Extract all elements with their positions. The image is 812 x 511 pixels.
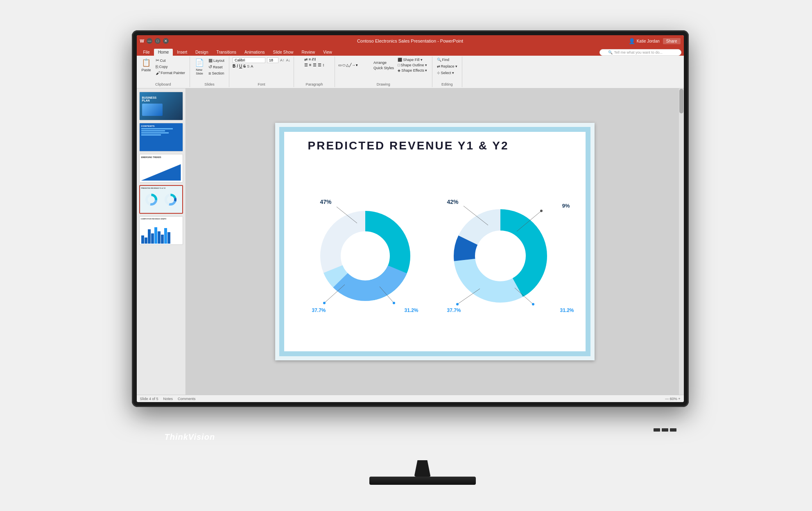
tab-home[interactable]: Home [154, 49, 173, 56]
slide-canvas[interactable]: PREDICTED REVENUE Y1 & Y2 47% 37.7% 31.2… [275, 123, 595, 360]
tab-slideshow[interactable]: Slide Show [269, 49, 297, 56]
minimize-button[interactable]: — [147, 38, 152, 44]
align-text-button[interactable]: ≡ [309, 57, 311, 62]
shape-effects-button[interactable]: ◈ Shape Effects ▾ [396, 68, 428, 73]
underline-button[interactable]: U [239, 64, 242, 68]
section-button[interactable]: ≡ Section [207, 70, 226, 76]
zoom-controls[interactable]: — 60% + [665, 397, 680, 401]
slide-thumb-4[interactable]: 4 PREDICTED REVENUE Y1 & Y2 [139, 185, 183, 214]
close-button[interactable]: ✕ [163, 38, 169, 44]
paragraph-label: Paragraph [306, 82, 323, 86]
chart2-label-top: 42% [447, 199, 459, 205]
slides-label: Slides [204, 82, 215, 86]
thinkvision-logo: ThinkVision [165, 432, 215, 442]
svg-point-16 [342, 232, 389, 280]
stand-base [369, 477, 476, 485]
quick-styles-label: Quick Styles [373, 66, 394, 70]
font-family-select[interactable]: Calibri [233, 57, 265, 63]
shape-fill-icon: ⬛ [398, 58, 402, 62]
scrollbar-thumb[interactable] [679, 89, 683, 113]
arrange-button[interactable]: Arrange [372, 60, 395, 65]
font-increase-button[interactable]: A↑ [280, 58, 285, 62]
bold-button[interactable]: B [233, 64, 235, 68]
slide-4-donut2 [163, 192, 178, 207]
font-size-select[interactable]: 18 [267, 57, 278, 63]
oval-tool[interactable]: ⬭ [342, 63, 346, 68]
find-button[interactable]: 🔍 Find [436, 57, 451, 62]
shape-fill-button[interactable]: ⬛ Shape Fill ▾ [396, 57, 428, 62]
monitor-screen: W — □ ✕ Contoso Electronics Sales Presen… [137, 35, 684, 402]
chart1-label-br: 31.2% [404, 308, 418, 313]
drawing-row1: ▭ ⬭ △ ╱ → ▾ Arrange [338, 57, 428, 73]
strikethrough-button[interactable]: S̶ [243, 64, 246, 68]
paste-button[interactable]: 📋 Paste [140, 57, 153, 73]
layout-button[interactable]: ▦ Layout [207, 57, 226, 63]
chart1-donut [320, 211, 410, 301]
slide-thumb-2[interactable]: 2 CONTENTS [139, 123, 183, 151]
notes-button[interactable]: Notes [163, 397, 173, 401]
align-center-button[interactable]: ≡ [309, 63, 312, 67]
italic-button[interactable]: I [237, 64, 238, 68]
justify-button[interactable]: ☰ [318, 63, 321, 67]
tab-transitions[interactable]: Transitions [212, 49, 240, 56]
select-button[interactable]: ⊹ Select ▾ [436, 70, 456, 75]
tab-view[interactable]: View [319, 49, 336, 56]
font-decrease-button[interactable]: A↓ [286, 58, 291, 62]
bar-5 [154, 227, 157, 244]
bar-2 [145, 237, 147, 244]
clipboard-label: Clipboard [155, 82, 171, 86]
tab-animations[interactable]: Animations [240, 49, 269, 56]
slide-5-title-thumb: COMPETITOR REVENUE GRAPH [141, 218, 167, 220]
align-right-button[interactable]: ☰ [313, 63, 317, 67]
slide-thumb-1[interactable]: 1 BUSINESSPLAN [139, 92, 183, 120]
layout-icon: ▦ [208, 58, 213, 63]
font-inner: Calibri 18 A↑ A↓ B I U S̶ S A [233, 57, 290, 81]
ribbon-group-font: Calibri 18 A↑ A↓ B I U S̶ S A [229, 57, 294, 87]
tab-review[interactable]: Review [298, 49, 319, 56]
line-spacing-button[interactable]: ↕ [323, 63, 325, 67]
search-bar[interactable]: 🔍 Tell me what you want to do... [599, 49, 681, 56]
shape-outline-label: Shape Outline ▾ [401, 63, 427, 67]
triangle-tool[interactable]: △ [346, 63, 349, 68]
arrow-tool[interactable]: → [352, 63, 355, 68]
more-shapes-button[interactable]: ▾ [356, 63, 358, 68]
copy-button[interactable]: ⎘ Copy [154, 64, 187, 70]
tab-file[interactable]: File [139, 49, 154, 56]
new-slide-button[interactable]: 📄 NewSlide [193, 57, 206, 76]
chart1-label-bl: 37.7% [312, 308, 326, 313]
share-button[interactable]: Share [663, 38, 681, 44]
shape-outline-button[interactable]: □ Shape Outline ▾ [396, 63, 428, 68]
vertical-scrollbar[interactable] [679, 88, 684, 395]
slide-thumb-3[interactable]: 3 EMERGING TRENDS [139, 154, 183, 183]
replace-button[interactable]: ⇄ Replace ▾ [436, 64, 459, 69]
svg-point-29 [476, 231, 525, 280]
maximize-button[interactable]: □ [155, 38, 161, 44]
shadow-button[interactable]: S [247, 64, 249, 68]
comments-button[interactable]: Comments [178, 397, 196, 401]
tab-design[interactable]: Design [191, 49, 212, 56]
charts-container: 47% 37.7% 31.2% [300, 168, 570, 344]
bar-9 [167, 232, 170, 244]
align-left-button[interactable]: ☰ [304, 63, 308, 67]
format-painter-button[interactable]: 🖌 Format Painter [154, 70, 187, 76]
reset-button[interactable]: ↺ Reset [207, 64, 226, 70]
slides-panel[interactable]: 1 BUSINESSPLAN 2 CONTENTS [137, 88, 186, 395]
shape-effects-label: Shape Effects ▾ [401, 68, 427, 72]
monitor-bezel: W — □ ✕ Contoso Electronics Sales Presen… [132, 30, 689, 407]
monitor-wrapper: W — □ ✕ Contoso Electronics Sales Presen… [99, 30, 713, 481]
line-tool[interactable]: ╱ [349, 63, 351, 68]
shape-tool[interactable]: ▭ [338, 63, 342, 68]
quick-styles-button[interactable]: Quick Styles [372, 66, 395, 70]
font-color-button[interactable]: A [251, 64, 253, 68]
text-direction-button[interactable]: ⇌ [304, 57, 308, 62]
font-row1: Calibri 18 A↑ A↓ [233, 57, 290, 63]
shapes-gallery: ▭ ⬭ △ ╱ → ▾ [338, 63, 371, 68]
paste-icon: 📋 [142, 58, 151, 67]
slide-thumb-5[interactable]: 5 COMPETITOR REVENUE GRAPH [139, 216, 183, 245]
convert-smartart-button[interactable]: ⛙ [312, 57, 316, 62]
cut-button[interactable]: ✂ Cut [154, 57, 187, 63]
tab-insert[interactable]: Insert [173, 49, 191, 56]
shape-format-col: ⬛ Shape Fill ▾ □ Shape Outline ▾ ◈ Shape… [396, 57, 428, 73]
bar-3 [148, 229, 151, 244]
reset-icon: ↺ [208, 64, 212, 70]
